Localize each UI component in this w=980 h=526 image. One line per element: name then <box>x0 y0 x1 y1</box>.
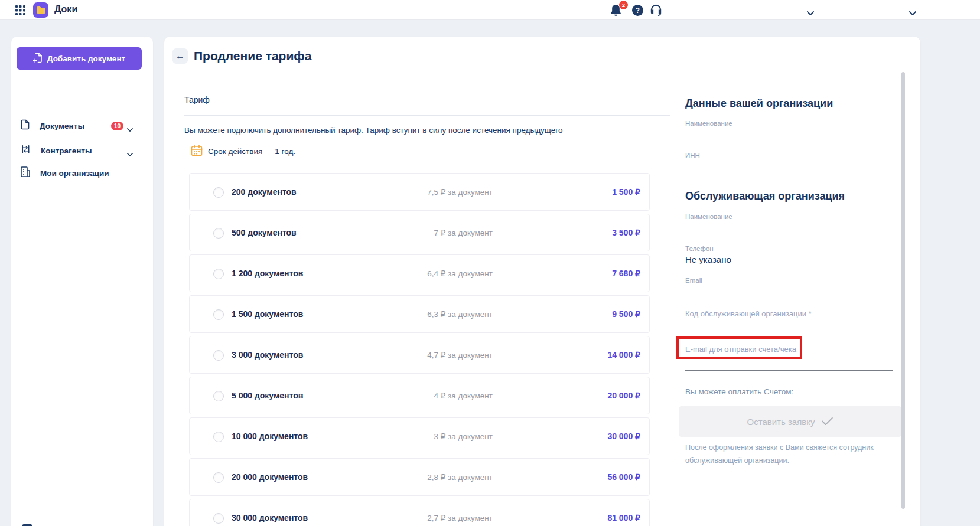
tariff-docs-label: 20 000 документов <box>232 472 308 482</box>
org-name-label: Наименование <box>685 120 732 127</box>
tariff-per-doc-price: 2,7 ₽ за документ <box>427 513 493 522</box>
org-data-heading: Данные вашей организации <box>685 97 833 110</box>
tariff-row[interactable]: 500 документов 7 ₽ за документ 3 500 ₽ <box>189 214 650 251</box>
tariff-row[interactable]: 1 500 документов 6,3 ₽ за документ 9 500… <box>189 295 650 333</box>
tariff-total-price: 3 500 ₽ <box>612 228 640 237</box>
sidebar-item-label: Контрагенты <box>41 146 92 155</box>
organization-select-chevron-icon[interactable] <box>807 8 814 18</box>
support-headset-icon[interactable] <box>650 4 662 18</box>
tariff-row[interactable]: 20 000 документов 2,8 ₽ за документ 56 0… <box>189 458 650 496</box>
pay-note: Вы можете оплатить Счетом: <box>685 387 793 396</box>
app-title: Доки <box>54 4 77 15</box>
calendar-icon <box>191 145 203 159</box>
main-content: ← Продление тарифа Тариф Вы можете подкл… <box>164 37 920 526</box>
counterparties-icon <box>21 145 31 156</box>
tariff-per-doc-price: 7 ₽ за документ <box>434 228 493 237</box>
tariff-total-price: 30 000 ₽ <box>607 432 640 441</box>
org-inn-label: ИНН <box>685 152 700 159</box>
vertical-scrollbar-thumb[interactable] <box>901 72 905 509</box>
tariff-radio-button[interactable] <box>213 350 224 361</box>
tariff-total-price: 9 500 ₽ <box>612 309 640 319</box>
tariff-row[interactable]: 10 000 документов 3 ₽ за документ 30 000… <box>189 417 650 455</box>
tariff-row[interactable]: 200 документов 7,5 ₽ за документ 1 500 ₽ <box>189 173 650 211</box>
tariff-docs-label: 30 000 документов <box>232 513 308 522</box>
tariff-docs-label: 1 200 документов <box>232 269 303 278</box>
tariff-per-doc-price: 3 ₽ за документ <box>434 432 493 441</box>
tariff-row[interactable]: 3 000 документов 4,7 ₽ за документ 14 00… <box>189 336 650 374</box>
duration-note: Срок действия — 1 год. <box>208 147 295 156</box>
submit-request-label: Оставить заявку <box>747 417 815 427</box>
back-button[interactable]: ← <box>172 48 188 64</box>
sidebar-item-label: Документы <box>40 122 84 130</box>
sidebar-divider <box>11 512 153 512</box>
tariff-docs-label: 500 документов <box>232 228 297 237</box>
add-document-button[interactable]: Добавить документ <box>17 47 142 70</box>
document-icon <box>21 119 30 132</box>
app-screen: Доки 2 ? <box>0 0 980 526</box>
tariff-total-price: 56 000 ₽ <box>607 472 640 482</box>
tariff-row[interactable]: 1 200 документов 6,4 ₽ за документ 7 680… <box>189 254 650 292</box>
back-arrow-icon: ← <box>175 51 185 61</box>
app-logo-folder-icon[interactable] <box>33 2 48 18</box>
tariff-radio-button[interactable] <box>213 269 224 279</box>
tariff-docs-label: 1 500 документов <box>232 309 303 319</box>
tariff-per-doc-price: 7,5 ₽ за документ <box>427 187 493 197</box>
tariff-total-price: 7 680 ₽ <box>612 269 640 278</box>
tariff-docs-label: 10 000 документов <box>232 432 308 441</box>
sidebar-item-counterparties[interactable]: Контрагенты <box>21 145 92 156</box>
tariff-radio-button[interactable] <box>213 309 224 320</box>
tariff-docs-label: 3 000 документов <box>232 350 303 360</box>
tariff-docs-label: 200 документов <box>232 187 297 197</box>
documents-count-badge: 10 <box>111 122 123 130</box>
service-phone-label: Телефон <box>685 245 714 252</box>
service-org-heading: Обслуживающая организация <box>685 190 845 202</box>
documents-chevron-icon[interactable] <box>127 124 133 135</box>
tariff-radio-button[interactable] <box>213 513 224 524</box>
tariff-radio-button[interactable] <box>213 472 224 483</box>
tariff-description: Вы можете подключить дополнительный тари… <box>184 126 562 135</box>
tariff-radio-button[interactable] <box>213 228 224 239</box>
section-divider <box>184 115 670 116</box>
submit-request-button[interactable]: Оставить заявку <box>679 406 901 437</box>
tariff-section-label: Тариф <box>184 95 210 104</box>
tariff-list: 200 документов 7,5 ₽ за документ 1 500 ₽… <box>189 173 650 526</box>
tariff-total-price: 20 000 ₽ <box>607 391 640 400</box>
service-email-label: Email <box>685 277 702 284</box>
tariff-row[interactable]: 30 000 документов 2,7 ₽ за документ 81 0… <box>189 499 650 526</box>
topbar: Доки 2 ? <box>0 0 980 20</box>
tariff-per-doc-price: 2,8 ₽ за документ <box>427 472 493 482</box>
tariff-radio-button[interactable] <box>213 432 224 442</box>
service-code-input[interactable] <box>685 307 893 334</box>
document-plus-icon <box>33 53 42 65</box>
building-icon <box>21 166 30 179</box>
tariff-total-price: 1 500 ₽ <box>612 187 640 197</box>
apps-grid-icon[interactable] <box>15 5 25 15</box>
sidebar-item-documents[interactable]: Документы <box>21 120 84 132</box>
add-document-label: Добавить документ <box>47 54 125 63</box>
sidebar-item-label: Мои организации <box>40 169 109 178</box>
page-title: Продление тарифа <box>194 49 311 63</box>
sidebar: Добавить документ Документы 10 <box>11 37 153 526</box>
tariff-row[interactable]: 5 000 документов 4 ₽ за документ 20 000 … <box>189 377 650 414</box>
tariff-total-price: 81 000 ₽ <box>607 513 640 522</box>
tariff-per-doc-price: 6,3 ₽ за документ <box>427 309 493 319</box>
tariff-radio-button[interactable] <box>213 391 224 401</box>
tariff-per-doc-price: 4 ₽ за документ <box>434 391 493 400</box>
invoice-email-input[interactable] <box>685 341 893 371</box>
sidebar-item-organizations[interactable]: Мои организации <box>21 167 109 179</box>
service-phone-value: Не указано <box>685 254 731 264</box>
tariff-total-price: 14 000 ₽ <box>607 350 640 360</box>
counterparties-chevron-icon[interactable] <box>127 149 133 159</box>
user-menu-chevron-icon[interactable] <box>909 8 916 18</box>
checkmark-icon <box>822 417 833 427</box>
tariff-per-doc-price: 4,7 ₽ за документ <box>427 350 493 360</box>
after-submit-note: После оформления заявки с Вами свяжется … <box>685 442 883 468</box>
notifications-count-badge: 2 <box>619 1 628 9</box>
help-icon[interactable]: ? <box>632 5 643 16</box>
tariff-per-doc-price: 6,4 ₽ за документ <box>427 269 493 278</box>
tariff-docs-label: 5 000 документов <box>232 391 303 400</box>
tariff-radio-button[interactable] <box>213 187 224 198</box>
service-name-label: Наименование <box>685 213 732 220</box>
